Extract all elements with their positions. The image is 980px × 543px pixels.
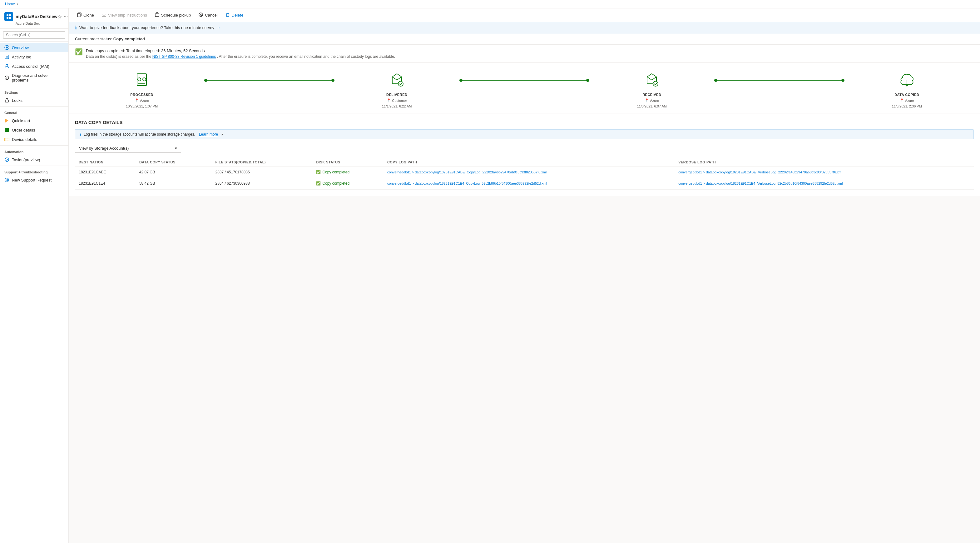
delete-icon (225, 12, 230, 18)
copy-log-link[interactable]: convergeddbd1 > databoxcopylog/18231E91C… (387, 170, 547, 174)
sidebar-item-label: Access control (IAM) (12, 64, 49, 69)
sidebar-item-overview[interactable]: Overview (0, 43, 68, 52)
file-stats-cell: 2837 / 45170178035 (212, 167, 313, 178)
check-icon: ✅ (316, 170, 321, 174)
svg-marker-14 (5, 119, 8, 123)
svg-rect-2 (6, 17, 8, 19)
connector-3 (716, 80, 843, 81)
data-copy-status-cell: 58.42 GB (135, 178, 212, 189)
general-section-label: General (0, 108, 68, 116)
sidebar: myDataBoxDisknew ☆ ··· Azure Data Box Ov… (0, 8, 69, 543)
table-row: 18231E91CABE 42.07 GB 2837 / 45170178035… (75, 167, 974, 178)
sidebar-item-locks[interactable]: Locks (0, 96, 68, 105)
cancel-button[interactable]: Cancel (195, 11, 221, 20)
search-input[interactable] (3, 31, 65, 39)
copy-main-message: Data copy completed: Total time elapsed:… (86, 48, 395, 53)
disk-status-cell: ✅ Copy completed (312, 167, 383, 178)
feedback-banner: ℹ Want to give feedback about your exper… (69, 22, 980, 33)
star-icon[interactable]: ☆ (57, 14, 62, 20)
data-copy-section: DATA COPY DETAILS ℹ Log files in the sto… (69, 113, 980, 196)
lock-icon (4, 98, 10, 103)
more-icon[interactable]: ··· (64, 14, 68, 20)
order-status-value: Copy completed (113, 37, 145, 41)
activity-icon (4, 54, 10, 59)
svg-point-12 (7, 79, 7, 79)
sidebar-item-tasks[interactable]: Tasks (preview) (0, 155, 68, 164)
progress-steps: PROCESSED 📍 Azure 10/26/2021, 1:07 PM (69, 63, 980, 113)
sidebar-item-diagnose[interactable]: Diagnose and solve problems (0, 71, 68, 85)
survey-link[interactable]: → (217, 25, 221, 30)
divider (0, 86, 68, 86)
divider (0, 166, 68, 166)
processed-icon (131, 69, 153, 91)
sidebar-item-new-support[interactable]: New Support Request (0, 175, 68, 185)
sidebar-item-quickstart[interactable]: Quickstart (0, 116, 68, 125)
view-ship-button[interactable]: View ship instructions (99, 11, 150, 20)
svg-point-33 (398, 81, 403, 86)
support-section-label: Support + troubleshooting (0, 167, 68, 175)
connector-2 (461, 80, 588, 81)
storage-account-dropdown[interactable]: View by Storage Account(s) ▾ (75, 144, 181, 153)
learn-more-link[interactable]: Learn more (199, 132, 218, 137)
destination-cell: 18231E91C1E4 (75, 178, 135, 189)
disk-status-cell: ✅ Copy completed (312, 178, 383, 189)
table-row: 18231E91C1E4 58.42 GB 2864 / 62730300988… (75, 178, 974, 189)
divider (0, 106, 68, 107)
copy-done-badge: ✅ Copy completed (316, 170, 380, 174)
step-received: RECEIVED 📍 Azure 11/3/2021, 6:07 AM (588, 69, 716, 108)
step-date: 11/6/2021, 2:36 PM (892, 104, 922, 108)
sidebar-item-device-details[interactable]: Device details (0, 135, 68, 144)
step-location: 📍 Customer (387, 99, 407, 102)
copy-log-cell: convergeddbd1 > databoxcopylog/18231E91C… (383, 178, 675, 189)
copy-log-link[interactable]: convergeddbd1 > databoxcopylog/18231E91C… (387, 182, 547, 185)
breadcrumb-separator: › (17, 2, 18, 6)
received-icon (641, 69, 663, 91)
svg-rect-16 (5, 138, 9, 141)
section-title: DATA COPY DETAILS (75, 119, 974, 125)
col-verbose-log: VERBOSE LOG PATH (675, 158, 974, 167)
step-date: 10/26/2021, 1:07 PM (126, 104, 158, 108)
sidebar-item-label: Device details (12, 137, 37, 142)
overview-icon (4, 45, 10, 50)
sidebar-item-access-control[interactable]: Access control (IAM) (0, 62, 68, 71)
clone-button[interactable]: Clone (74, 11, 97, 20)
info-icon: ℹ (80, 132, 81, 137)
support-icon (4, 177, 10, 182)
info-icon: ℹ (75, 25, 77, 30)
quickstart-icon (4, 118, 10, 123)
verbose-log-link[interactable]: convergeddbd1 > databoxcopylog/18231E91C… (678, 170, 842, 174)
chevron-down-icon: ▾ (175, 146, 177, 151)
app-icon (4, 12, 13, 21)
location-pin-icon: 📍 (387, 99, 391, 102)
sidebar-item-activity-log[interactable]: Activity log (0, 52, 68, 62)
step-location: 📍 Azure (900, 99, 914, 102)
verbose-log-cell: convergeddbd1 > databoxcopylog/18231E91C… (675, 167, 974, 178)
delete-button[interactable]: Delete (222, 11, 247, 20)
svg-rect-6 (5, 55, 9, 59)
verbose-log-link[interactable]: convergeddbd1 > databoxcopylog/18231E91C… (678, 182, 843, 185)
step-label: DELIVERED (386, 93, 407, 97)
order-status-bar: Current order status: Copy completed (69, 33, 980, 45)
step-label: DATA COPIED (894, 93, 919, 97)
step-label: RECEIVED (643, 93, 661, 97)
svg-rect-24 (155, 14, 159, 17)
storage-account-dropdown-wrap: View by Storage Account(s) ▾ (75, 144, 974, 153)
location-pin-icon: 📍 (644, 99, 649, 102)
sidebar-item-order-details[interactable]: Order details (0, 125, 68, 135)
access-icon (4, 64, 10, 69)
breadcrumb: Home › (0, 0, 980, 8)
automation-section-label: Automation (0, 147, 68, 155)
sidebar-item-label: Diagnose and solve problems (12, 73, 64, 83)
data-copied-icon (896, 69, 918, 91)
divider (0, 145, 68, 146)
home-link[interactable]: Home (5, 2, 15, 6)
order-status-label: Current order status: (75, 37, 112, 41)
clone-icon (77, 12, 82, 18)
verbose-log-cell: convergeddbd1 > databoxcopylog/18231E91C… (675, 178, 974, 189)
resource-title: myDataBoxDisknew (16, 14, 57, 19)
nist-link[interactable]: NIST SP 800-88 Revision 1 guidelines (153, 54, 216, 59)
svg-rect-13 (5, 100, 8, 102)
data-copy-status-cell: 42.07 GB (135, 167, 212, 178)
schedule-pickup-button[interactable]: Schedule pickup (151, 11, 194, 20)
step-date: 11/3/2021, 6:07 AM (637, 104, 667, 108)
